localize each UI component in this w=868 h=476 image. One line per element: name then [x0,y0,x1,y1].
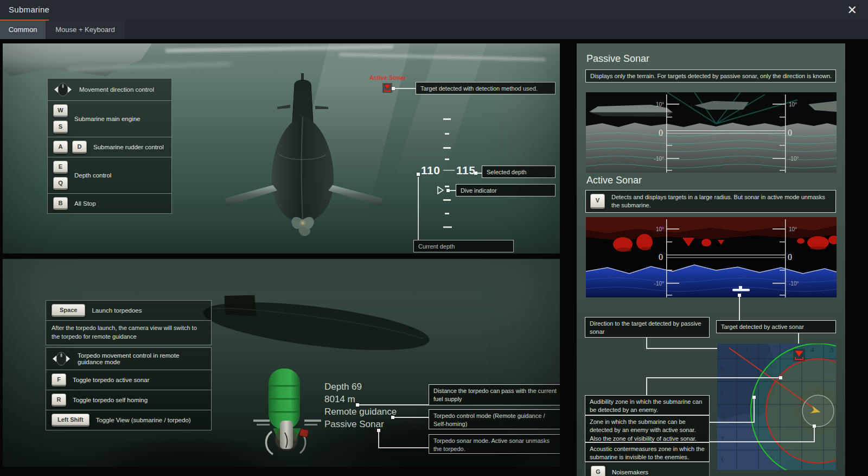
control-label: Toggle View (submarine / torpedo) [96,417,191,423]
key-space: Space [52,304,85,317]
gauge-tick [445,133,449,135]
countermeasures-zone-callout: Acoustic contermeasures zone in which th… [585,442,710,462]
control-row-engine: W S Submarine main engine [48,100,171,137]
torpedo-sonar-mode: Passive Sonar [324,419,384,430]
scale-label: -10° [654,156,664,162]
leader-line [739,296,740,320]
detected-target-icon [382,83,392,93]
torpedo-launch-panel: Space Launch torpedoes After the torpedo… [46,300,212,345]
audibility-zone-callout: Audibility zone in which the submarine c… [585,395,710,415]
noisemakers-panel: G Noisemakers [585,462,710,476]
leader-line [477,173,482,174]
torpedo-control-mode: Remote guidance [324,407,397,417]
scale-label: 10° [789,101,797,107]
tab-mouse-keyboard[interactable]: Mouse + Keyboard [46,21,125,39]
active-sonar-display: 10° -10° 10° -10° 0 0 [586,217,837,297]
leader-line [754,398,755,423]
leader-line [710,441,814,442]
control-row-torpedo-movement: Torpedo movement control in remote guida… [46,348,211,370]
key-r: R [52,394,66,407]
active-target-callout: Target detected by active sonar [716,320,836,333]
control-row-allstop: B All Stop [48,193,171,213]
control-label: Torpedo movement control in remote guida… [78,352,202,365]
submarine-silhouette [193,269,431,372]
scale-label: -10° [789,156,799,162]
leader-line [710,422,754,423]
scale-label: 10° [656,101,664,107]
iceberg [3,43,155,76]
map-row-label: f [721,455,724,464]
window-title: Submarine [9,5,49,14]
key-w: W [53,104,68,117]
dive-indicator-callout: Dive indicator [456,184,556,196]
gauge-tick [443,118,451,120]
map-col-label: 5 [830,346,834,354]
key-f: F [52,373,66,386]
map-col-label: 1 [745,346,749,354]
gauge-tick [445,213,449,214]
control-label: Depth control [74,172,111,179]
control-row-torpedo-sonar: F Toggle torpedo active sonar [46,370,211,390]
tab-bar [0,21,868,39]
key-d: D [72,141,87,154]
key-g: G [591,466,605,476]
scale-label: 0 [659,128,663,137]
movement-controls-panel: Movement direction control W S Submarine… [47,78,172,214]
map-target-icon [793,349,805,361]
close-icon[interactable]: ✕ [844,3,860,17]
control-label: Toggle torpedo active sonar [73,377,149,383]
control-label: Submarine rudder control [93,144,164,150]
dive-indicator-icon [437,186,444,194]
gauge-tick [445,186,449,187]
passive-direction-callout: Direction to the target detected by pass… [585,317,710,338]
control-label: All Stop [74,200,96,207]
control-row-toggle-view: Left Shift Toggle View (submarine / torp… [46,410,211,430]
map-row-label: b [721,365,725,373]
leader-line [395,88,416,89]
tactical-map: 1 2 3 4 5 b c d e f [717,344,836,470]
control-row-launch: Space Launch torpedoes [46,301,211,320]
selected-depth-callout: Selected depth [482,166,556,178]
control-label: Movement direction control [79,86,154,93]
gauge-tick [443,226,452,228]
scale-label: -10° [654,281,664,287]
scale-label: 0 [659,252,663,262]
torpedo-range-value: 8014 m [324,394,355,405]
active-sonar-heading: Active Sonar [586,175,642,186]
control-row-depth: E Q Depth control [48,157,171,193]
control-row-movement: Movement direction control [48,79,171,100]
passive-sonar-display: 10° -10° 10° -10° 0 0 [586,92,837,173]
control-label: Submarine main engine [74,116,140,122]
mouse-icon [53,82,73,97]
range-callout: Distance the torpedo can pass with the c… [429,384,560,405]
sonar-mode-callout: Torpedo sonar mode. Active sonar unmasks… [429,434,560,454]
leader-line [646,377,781,378]
map-row-label: e [721,433,724,441]
scale-label: 0 [788,128,792,137]
submarine-help-screen: { "window": { "title": "Submarine", "clo… [0,0,868,476]
active-sonar-detection-label: Active Sonar [369,74,406,81]
leader-line [646,338,647,349]
control-label: Noisemakers [612,469,648,475]
light-ray [392,43,487,185]
tab-common[interactable]: Common [0,21,46,39]
gauge-separator: — [443,163,455,176]
leader-line [814,427,815,442]
sonar-help-panel: Passive Sonar Displays only the terrain.… [577,43,845,476]
key-b: B [53,197,68,210]
leader-dot [417,173,420,176]
leader-line [394,417,429,418]
scale-label: 0 [788,252,792,262]
map-col-label: 2 [767,346,771,354]
torpedo-controls-panel: Torpedo movement control in remote guida… [46,347,212,430]
leader-line [450,190,456,191]
mouse-icon [52,351,71,366]
control-label: Launch torpedoes [92,307,142,314]
selected-depth-value: 115 [456,164,475,177]
detection-callout: Target detected with detection method us… [416,82,556,94]
gauge-tick [443,199,451,201]
control-mode-callout: Torpedo control mode (Remote guidance / … [429,409,560,429]
active-sonar-description: Detects and displays targets in a large … [611,193,831,210]
torpedo-scene: Depth 69 8014 m Remote guidance Passive … [3,259,560,467]
current-depth-callout: Current depth [413,240,514,252]
